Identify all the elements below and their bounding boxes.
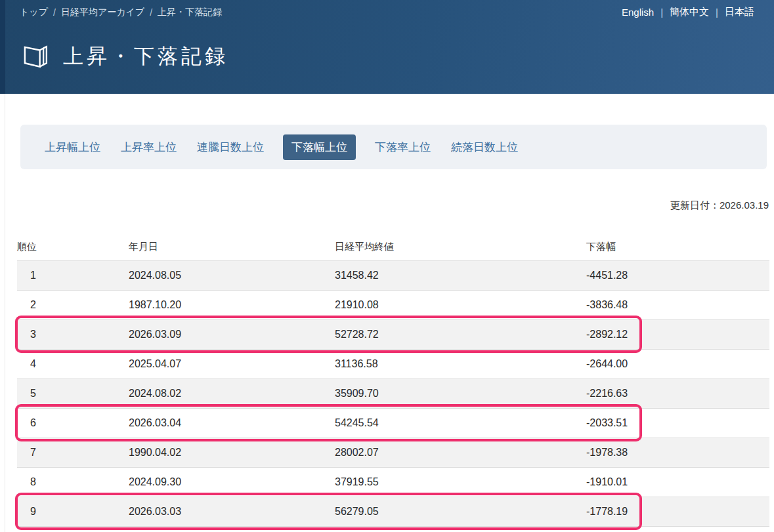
table-row: 12024.08.0531458.42-4451.28 [17, 260, 769, 290]
cell-date: 2026.03.03 [129, 506, 335, 518]
records-table: 順位年月日日経平均終値下落幅 12024.08.0531458.42-4451.… [17, 233, 769, 527]
tab-上昇率上位[interactable]: 上昇率上位 [119, 134, 178, 160]
cell-change: -2216.63 [586, 388, 769, 399]
tab-続落日数上位[interactable]: 続落日数上位 [450, 134, 519, 160]
table-row: 42025.04.0731136.58-2644.00 [17, 349, 769, 379]
record-tabs: 上昇幅上位上昇率上位連騰日数上位下落幅上位下落率上位続落日数上位 [20, 125, 767, 169]
cell-close: 35909.70 [335, 388, 586, 399]
tab-連騰日数上位[interactable]: 連騰日数上位 [196, 134, 265, 160]
table-row: 82024.09.3037919.55-1910.01 [17, 467, 769, 497]
cell-change: -1978.38 [586, 447, 769, 459]
cell-date: 1990.04.02 [129, 447, 335, 459]
language-link[interactable]: English [622, 7, 654, 18]
tab-下落率上位[interactable]: 下落率上位 [374, 134, 432, 160]
table-row: 92026.03.0356279.05-1778.19 [17, 497, 769, 526]
open-book-icon [20, 41, 49, 72]
page-edge-line [5, 94, 5, 532]
breadcrumb: トップ/日経平均アーカイブ/上昇・下落記録 [20, 7, 222, 18]
cell-rank: 4 [17, 358, 129, 370]
cell-date: 2026.03.04 [129, 417, 335, 429]
table-header-row: 順位年月日日経平均終値下落幅 [17, 233, 769, 260]
column-header: 順位 [17, 241, 129, 253]
cell-change: -2033.51 [586, 417, 769, 429]
breadcrumb-item[interactable]: 日経平均アーカイブ [61, 7, 144, 18]
cell-rank: 5 [17, 388, 129, 399]
cell-close: 37919.55 [335, 476, 586, 488]
language-separator: | [716, 7, 718, 18]
page-header: トップ/日経平均アーカイブ/上昇・下落記録 English|簡体中文|日本語 上… [0, 0, 774, 94]
column-header: 年月日 [129, 241, 335, 253]
cell-date: 2024.08.02 [129, 388, 335, 399]
language-separator: | [660, 7, 663, 18]
table-row: 21987.10.2021910.08-3836.48 [17, 290, 769, 319]
cell-change: -2644.00 [586, 358, 769, 370]
cell-rank: 3 [17, 329, 129, 340]
cell-date: 2024.09.30 [129, 476, 335, 488]
cell-change: -2892.12 [586, 329, 769, 340]
cell-close: 21910.08 [335, 299, 586, 311]
breadcrumb-separator: / [150, 7, 152, 18]
table-row: 62026.03.0454245.54-2033.51 [17, 408, 769, 438]
cell-rank: 6 [17, 417, 129, 429]
cell-rank: 7 [17, 447, 129, 459]
language-switcher: English|簡体中文|日本語 [622, 6, 754, 18]
cell-close: 31136.58 [335, 358, 586, 370]
cell-change: -1778.19 [586, 506, 769, 518]
cell-close: 31458.42 [335, 270, 586, 281]
breadcrumb-separator: / [53, 7, 56, 18]
cell-change: -4451.28 [586, 270, 769, 281]
cell-rank: 1 [17, 270, 129, 281]
tab-上昇幅上位[interactable]: 上昇幅上位 [43, 134, 102, 160]
cell-change: -3836.48 [586, 299, 769, 311]
column-header: 下落幅 [586, 241, 769, 253]
language-link[interactable]: 日本語 [725, 6, 754, 18]
cell-change: -1910.01 [586, 476, 769, 488]
cell-date: 2025.04.07 [129, 358, 335, 370]
page-title: 上昇・下落記録 [63, 43, 228, 70]
table-body: 12024.08.0531458.42-4451.2821987.10.2021… [17, 260, 769, 527]
column-header: 日経平均終値 [335, 241, 586, 253]
cell-rank: 9 [17, 506, 129, 518]
cell-close: 28002.07 [335, 447, 586, 459]
cell-rank: 2 [17, 299, 129, 311]
table-row: 32026.03.0952728.72-2892.12 [17, 319, 769, 349]
breadcrumb-item[interactable]: トップ [20, 7, 48, 18]
language-link[interactable]: 簡体中文 [670, 6, 709, 18]
table-row: 71990.04.0228002.07-1978.38 [17, 438, 769, 467]
table-row: 52024.08.0235909.70-2216.63 [17, 379, 769, 408]
cell-date: 1987.10.20 [129, 299, 335, 311]
cell-close: 54245.54 [335, 417, 586, 429]
cell-date: 2026.03.09 [129, 329, 335, 340]
tab-下落幅上位[interactable]: 下落幅上位 [283, 134, 356, 160]
breadcrumb-item[interactable]: 上昇・下落記録 [158, 7, 222, 18]
cell-date: 2024.08.05 [129, 270, 335, 281]
cell-close: 56279.05 [335, 506, 586, 518]
update-date: 更新日付：2026.03.19 [670, 199, 769, 212]
header-accent-stripe [0, 0, 5, 94]
title-bar: 上昇・下落記録 [20, 41, 228, 72]
cell-close: 52728.72 [335, 329, 586, 340]
cell-rank: 8 [17, 476, 129, 488]
